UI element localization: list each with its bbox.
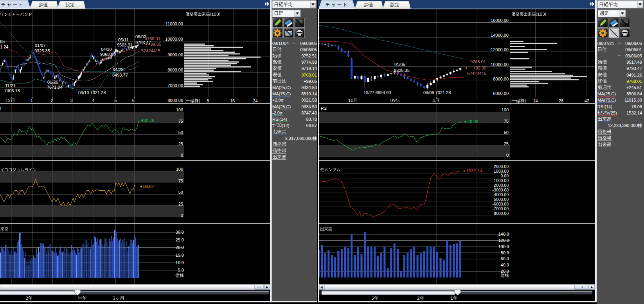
svg-text:9921.58: 9921.58 <box>301 98 317 102</box>
svg-text:10000.00: 10000.00 <box>165 37 183 41</box>
svg-text:08/07/21: 08/07/21 <box>597 41 614 46</box>
svg-text:2,317,060,000株: 2,317,060,000株 <box>285 136 317 141</box>
svg-text:1532.14: 1532.14 <box>466 168 482 173</box>
svg-text:8000.00: 8000.00 <box>167 68 183 72</box>
svg-text:25: 25 <box>504 141 509 146</box>
svg-text:7000.00: 7000.00 <box>167 83 183 88</box>
svg-text:8747.43: 8747.43 <box>301 111 317 115</box>
svg-text:05/11: 05/11 <box>118 38 129 42</box>
svg-text:25: 25 <box>178 141 183 146</box>
svg-text:12,223,390,000株: 12,223,390,000株 <box>608 123 642 128</box>
svg-text:09/06/05: 09/06/05 <box>300 41 317 46</box>
svg-text:RSI: RSI <box>321 106 327 111</box>
svg-text:I: I <box>0 106 2 111</box>
svg-text:7671.04: 7671.04 <box>47 85 63 89</box>
svg-text:6000.00: 6000.00 <box>167 98 183 103</box>
svg-text:+99.05: +99.05 <box>473 66 486 70</box>
svg-text:9000.00: 9000.00 <box>167 52 183 57</box>
svg-text:9334.50: 9334.50 <box>301 85 317 90</box>
svg-text:8: 8 <box>207 98 209 103</box>
svg-text:1000.00: 1000.00 <box>494 169 509 173</box>
svg-text:03/10 7021.28: 03/10 7021.28 <box>78 90 106 95</box>
svg-text:100: 100 <box>176 107 183 112</box>
svg-text:+2.0σ: +2.0σ <box>272 98 284 102</box>
svg-text:30.0: 30.0 <box>176 230 184 234</box>
svg-text:8510.14: 8510.14 <box>301 91 317 96</box>
svg-text:1532.14: 1532.14 <box>626 111 642 115</box>
svg-text:(12): (12) <box>282 123 290 128</box>
svg-text:MA(25,C): MA(25,C) <box>272 104 291 109</box>
svg-text:1: 1 <box>31 98 33 103</box>
svg-text:50: 50 <box>178 130 183 135</box>
svg-text:01/26: 01/26 <box>47 80 58 84</box>
svg-text:-1000.00: -1000.00 <box>493 178 509 183</box>
svg-text:-7000.00: -7000.00 <box>493 206 509 211</box>
svg-text:MA(25,C): MA(25,C) <box>597 91 616 96</box>
svg-text:100.0: 100.0 <box>498 244 509 249</box>
svg-text:15.0: 15.0 <box>176 253 184 258</box>
svg-text:09/06/05: 09/06/05 <box>625 41 642 46</box>
svg-text:-2000.00: -2000.00 <box>493 183 509 188</box>
svg-text:7406.18: 7406.18 <box>4 88 20 93</box>
svg-text:9793.47: 9793.47 <box>626 66 642 71</box>
svg-text:9334.50: 9334.50 <box>301 104 317 109</box>
svg-text:9768.01: 9768.01 <box>470 59 486 64</box>
svg-text:24: 24 <box>253 98 257 103</box>
svg-text:9768.01: 9768.01 <box>301 73 317 77</box>
svg-text:-6000.00: -6000.00 <box>493 202 509 206</box>
svg-text:MA(75,C): MA(75,C) <box>597 98 616 102</box>
svg-text:100: 100 <box>502 107 509 112</box>
svg-text:0: 0 <box>506 153 509 157</box>
svg-text:3: 3 <box>70 98 73 103</box>
svg-text:2: 2 <box>51 98 53 103</box>
svg-text:120.0: 120.0 <box>498 238 509 243</box>
svg-text:75: 75 <box>178 179 183 183</box>
svg-text:50: 50 <box>178 190 183 195</box>
svg-text:10.0: 10.0 <box>176 260 184 265</box>
svg-text:52424415: 52424415 <box>467 71 486 76</box>
svg-text:100: 100 <box>176 167 183 172</box>
svg-text:(25): (25) <box>609 111 617 115</box>
svg-text:11/21: 11/21 <box>5 83 16 88</box>
svg-text:01/05: 01/05 <box>394 62 405 67</box>
svg-text:6000.00: 6000.00 <box>493 91 509 96</box>
svg-text:4: 4 <box>92 98 95 103</box>
svg-text:9068.80: 9068.80 <box>100 52 116 57</box>
svg-text:9325.35: 9325.35 <box>34 48 50 53</box>
svg-text:80.78: 80.78 <box>144 118 155 123</box>
svg-text:12000.00: 12000.00 <box>491 47 509 52</box>
svg-text:6: 6 <box>132 98 135 103</box>
svg-text:140.0: 140.0 <box>498 232 509 236</box>
svg-text:1.24: 1.24 <box>0 45 8 49</box>
svg-text:78.08: 78.08 <box>468 119 479 124</box>
svg-text:2000.00: 2000.00 <box>494 164 509 169</box>
svg-text:10/27 6994.90: 10/27 6994.90 <box>363 90 391 95</box>
svg-text:80.0: 80.0 <box>501 250 509 255</box>
svg-text:80.78: 80.78 <box>306 117 317 122</box>
svg-text:11015.30: 11015.30 <box>624 98 642 102</box>
svg-text:0: 0 <box>181 153 183 157</box>
svg-text:9503.91: 9503.91 <box>117 43 133 47</box>
svg-text:50: 50 <box>504 130 509 135</box>
svg-text:10000.00: 10000.00 <box>491 62 509 67</box>
svg-text:04/10: 04/10 <box>101 47 112 52</box>
svg-text:9491.26: 9491.26 <box>626 73 642 77</box>
svg-text:14: 14 <box>533 98 538 103</box>
svg-text:11000.00: 11000.00 <box>165 21 183 26</box>
svg-text:8493.77: 8493.77 <box>112 73 128 77</box>
svg-text:04/28: 04/28 <box>113 67 124 72</box>
svg-text:60.0: 60.0 <box>501 256 509 261</box>
svg-text:75: 75 <box>178 119 183 123</box>
svg-text:-4000.00: -4000.00 <box>493 192 509 197</box>
svg-text:5.0: 5.0 <box>178 268 184 272</box>
svg-text:03/09 7021.28: 03/09 7021.28 <box>423 90 451 95</box>
svg-text:MA(75,C): MA(75,C) <box>272 91 291 96</box>
svg-text:16000.00: 16000.00 <box>491 18 509 23</box>
svg-text:9768.01: 9768.01 <box>145 36 160 41</box>
svg-text:9768.01: 9768.01 <box>626 79 642 84</box>
svg-text:78.08: 78.08 <box>631 104 642 109</box>
svg-text:-5000.00: -5000.00 <box>493 197 509 202</box>
svg-text:14000.00: 14000.00 <box>491 33 509 38</box>
svg-text:66.67: 66.67 <box>143 184 154 189</box>
svg-text:09/06/05: 09/06/05 <box>300 47 317 52</box>
